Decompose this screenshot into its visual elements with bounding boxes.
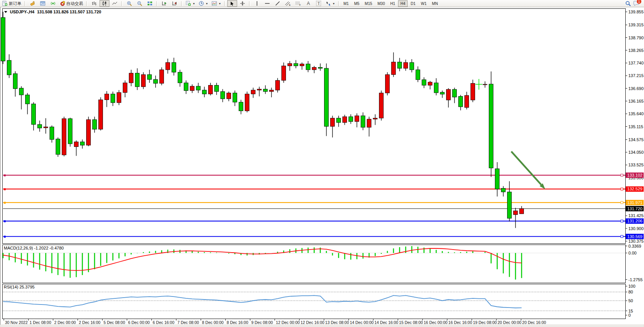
candle-body bbox=[74, 142, 79, 147]
chart-shift-button[interactable] bbox=[170, 0, 180, 7]
arrows-tool-button[interactable]: ▼ bbox=[324, 0, 337, 7]
tile-windows-button[interactable] bbox=[145, 0, 155, 7]
toolbar-separator bbox=[24, 1, 26, 6]
candle-body bbox=[446, 89, 451, 100]
styler-button[interactable] bbox=[27, 0, 37, 7]
rsi-tick-label: 0 bbox=[628, 313, 631, 317]
fibonacci-tool-button[interactable]: F bbox=[293, 0, 303, 7]
auto-scroll-button[interactable] bbox=[159, 0, 169, 7]
candle-body bbox=[44, 127, 48, 128]
rsi-tick-label: 80 bbox=[628, 290, 633, 294]
rsi-tick-label: 15 bbox=[628, 309, 633, 313]
crosshair-tool-button[interactable] bbox=[238, 0, 247, 7]
new-order-button[interactable]: 新订单 bbox=[1, 0, 23, 7]
hline-left-anchor[interactable] bbox=[4, 236, 6, 238]
timeframe-h4-button[interactable]: H4 bbox=[398, 0, 408, 7]
candle-body bbox=[215, 85, 219, 91]
market-watch-button[interactable] bbox=[38, 0, 48, 7]
indicators-button[interactable]: ▼ bbox=[184, 0, 197, 7]
toolbar-separator bbox=[224, 1, 226, 6]
candle-body bbox=[50, 127, 54, 139]
clock-icon bbox=[199, 1, 204, 6]
candle-body bbox=[404, 63, 408, 68]
timeframe-d1-button[interactable]: D1 bbox=[408, 0, 418, 7]
autotrade-label: 自动交易 bbox=[66, 1, 83, 6]
hline-right-anchor[interactable] bbox=[621, 174, 623, 176]
price-tick-label: 136.690 bbox=[628, 86, 644, 91]
time-tick-label: 13 Dec 08:00 bbox=[325, 320, 349, 325]
chart-title[interactable]: USDJPY-,H4 131.508 131.826 131.507 131.7… bbox=[4, 10, 101, 14]
candle-body bbox=[331, 118, 335, 127]
timeframe-m5-button[interactable]: M5 bbox=[352, 0, 362, 7]
price-label-text: 131.720 bbox=[627, 206, 642, 211]
hline-left-anchor[interactable] bbox=[4, 220, 6, 222]
horizontal-line-tool-button[interactable] bbox=[262, 0, 272, 7]
new-order-icon bbox=[2, 1, 8, 6]
channel-tool-button[interactable]: E bbox=[283, 0, 293, 7]
chart-dropdown-icon[interactable] bbox=[4, 11, 7, 13]
candle-body bbox=[129, 73, 133, 83]
search-button[interactable] bbox=[623, 0, 633, 7]
hline-right-anchor[interactable] bbox=[621, 220, 623, 222]
text-label-tool-button[interactable]: T bbox=[314, 0, 324, 7]
candle-body bbox=[520, 209, 524, 214]
signals-button[interactable] bbox=[48, 0, 58, 7]
timeframe-w1-button[interactable]: W1 bbox=[419, 0, 429, 7]
time-tick-label: 14 Dec 16:00 bbox=[374, 320, 398, 325]
chart-canvas[interactable]: 139.855139.315138.790138.265137.740137.2… bbox=[0, 0, 644, 327]
toolbar-separator bbox=[338, 1, 340, 6]
periods-button[interactable]: ▼ bbox=[197, 0, 210, 7]
candle-body bbox=[373, 118, 377, 119]
price-label-text: 133.102 bbox=[627, 173, 642, 177]
candle-body bbox=[428, 82, 432, 85]
candle-body bbox=[367, 119, 371, 127]
text-tool-button[interactable]: A bbox=[304, 0, 313, 7]
new-order-label: 新订单 bbox=[9, 1, 21, 6]
hline-left-anchor[interactable] bbox=[4, 174, 6, 176]
candle-body bbox=[99, 100, 103, 129]
candle-body bbox=[1, 18, 5, 61]
hline-left-anchor[interactable] bbox=[4, 202, 6, 204]
search-icon bbox=[625, 1, 631, 6]
chat-button[interactable]: 1 bbox=[633, 0, 639, 7]
timeframe-m15-button[interactable]: M15 bbox=[363, 0, 374, 7]
price-tick-label: 131.425 bbox=[628, 213, 644, 218]
candle-body bbox=[453, 89, 457, 97]
hline-right-anchor[interactable] bbox=[621, 188, 623, 190]
timeframe-m1-button[interactable]: M1 bbox=[341, 0, 351, 7]
zoom-out-button[interactable] bbox=[135, 0, 145, 7]
candle-body bbox=[471, 83, 475, 100]
price-tick-label: 137.215 bbox=[628, 73, 644, 78]
price-label-text: 130.569 bbox=[627, 234, 642, 239]
autotrade-button[interactable]: 自动交易 bbox=[58, 0, 85, 7]
templates-button[interactable]: ▼ bbox=[210, 0, 223, 7]
equidistant-channel-icon: E bbox=[285, 1, 291, 6]
hline-left-anchor[interactable] bbox=[4, 188, 6, 190]
hline-right-anchor[interactable] bbox=[621, 235, 623, 238]
svg-text:F: F bbox=[299, 4, 301, 6]
trendline-tool-button[interactable] bbox=[273, 0, 283, 7]
hline-right-anchor[interactable] bbox=[621, 201, 623, 204]
time-tick-label: 8 Dec 00:00 bbox=[202, 320, 224, 325]
price-tick-label: 130.375 bbox=[628, 239, 644, 243]
candle-body bbox=[276, 81, 280, 90]
price-tick-label: 138.790 bbox=[628, 35, 644, 40]
candle-body bbox=[80, 142, 85, 145]
zoom-in-button[interactable] bbox=[124, 0, 134, 7]
candle-body bbox=[507, 192, 512, 218]
candle-body bbox=[184, 83, 188, 90]
candle-body bbox=[209, 85, 213, 94]
candle-body bbox=[245, 94, 249, 111]
candle-body bbox=[410, 63, 414, 70]
candle-body bbox=[227, 93, 231, 99]
bar-chart-button[interactable] bbox=[89, 0, 99, 7]
timeframe-h1-button[interactable]: H1 bbox=[388, 0, 397, 7]
candle-chart-button[interactable] bbox=[100, 0, 109, 7]
line-chart-button[interactable] bbox=[110, 0, 120, 7]
timeframe-m30-button[interactable]: M30 bbox=[375, 0, 387, 7]
timeframe-mn-button[interactable]: MN bbox=[430, 0, 440, 7]
price-tick-label: 135.115 bbox=[628, 124, 643, 129]
cursor-tool-button[interactable] bbox=[227, 0, 237, 7]
candle-body bbox=[514, 211, 518, 214]
vertical-line-tool-button[interactable] bbox=[252, 0, 262, 7]
